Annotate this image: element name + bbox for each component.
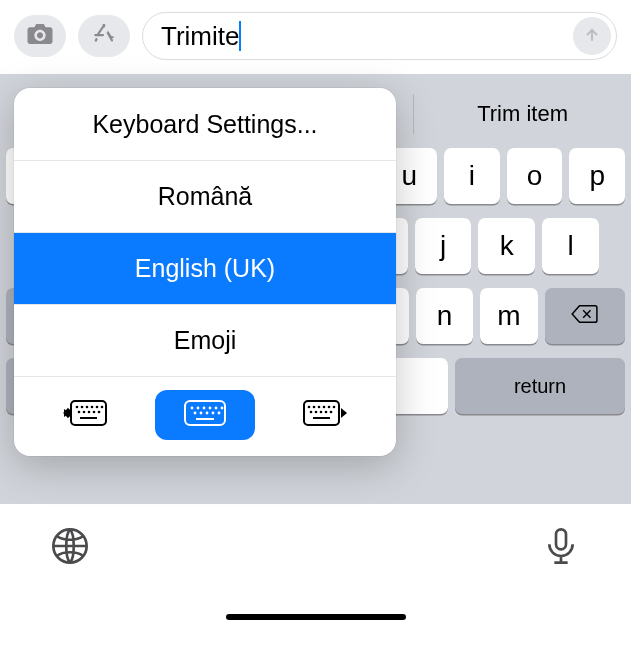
dictation-button[interactable]	[541, 526, 581, 570]
keyboard-icon	[182, 398, 228, 432]
svg-point-7	[96, 405, 99, 408]
svg-marker-19	[63, 408, 69, 418]
svg-point-34	[307, 405, 310, 408]
svg-point-22	[197, 406, 200, 409]
backspace-icon	[570, 300, 600, 332]
svg-point-23	[203, 406, 206, 409]
svg-point-26	[221, 406, 224, 409]
microphone-icon	[541, 552, 581, 569]
message-input[interactable]: Trimite	[142, 12, 617, 60]
suggestion-right[interactable]: Trim item	[414, 86, 631, 142]
svg-point-37	[322, 405, 325, 408]
svg-point-10	[83, 410, 86, 413]
key-i[interactable]: i	[444, 148, 500, 204]
home-indicator[interactable]	[226, 614, 406, 620]
svg-point-40	[309, 410, 312, 413]
camera-icon	[25, 21, 55, 51]
svg-point-28	[200, 411, 203, 414]
svg-point-9	[78, 410, 81, 413]
svg-point-30	[212, 411, 215, 414]
svg-point-12	[93, 410, 96, 413]
key-k[interactable]: k	[478, 218, 535, 274]
svg-point-29	[206, 411, 209, 414]
svg-point-42	[319, 410, 322, 413]
svg-point-3	[76, 405, 79, 408]
globe-button[interactable]	[50, 526, 90, 570]
keyboard-dock-row	[14, 376, 396, 456]
key-o[interactable]: o	[507, 148, 563, 204]
svg-point-38	[327, 405, 330, 408]
keyboard-dock-left-icon	[63, 398, 109, 432]
send-button[interactable]	[573, 17, 611, 55]
key-j[interactable]: j	[415, 218, 472, 274]
svg-point-13	[98, 410, 101, 413]
svg-point-43	[324, 410, 327, 413]
apps-button[interactable]	[78, 15, 130, 57]
backspace-key[interactable]	[545, 288, 625, 344]
svg-marker-46	[341, 408, 347, 418]
compose-bar: Trimite	[0, 0, 631, 74]
svg-point-39	[332, 405, 335, 408]
menu-lang-romana[interactable]: Română	[14, 160, 396, 232]
dock-keyboard-left[interactable]	[36, 390, 137, 440]
svg-point-27	[194, 411, 197, 414]
svg-point-41	[314, 410, 317, 413]
svg-point-4	[81, 405, 84, 408]
app-store-icon	[89, 21, 119, 51]
svg-point-35	[312, 405, 315, 408]
key-p[interactable]: p	[569, 148, 625, 204]
key-n[interactable]: n	[416, 288, 473, 344]
bottom-bar	[0, 504, 631, 634]
globe-icon	[50, 552, 90, 569]
message-input-text: Trimite	[161, 21, 239, 52]
svg-point-11	[88, 410, 91, 413]
keyboard-language-menu: Keyboard Settings... Română English (UK)…	[14, 88, 396, 456]
menu-lang-emoji[interactable]: Emoji	[14, 304, 396, 376]
svg-point-8	[101, 405, 104, 408]
arrow-up-icon	[582, 21, 602, 52]
return-key[interactable]: return	[455, 358, 625, 414]
key-l[interactable]: l	[542, 218, 599, 274]
text-cursor	[239, 21, 241, 51]
svg-point-5	[86, 405, 89, 408]
dock-keyboard-right[interactable]	[273, 390, 374, 440]
svg-point-21	[191, 406, 194, 409]
key-m[interactable]: m	[480, 288, 537, 344]
svg-point-24	[209, 406, 212, 409]
svg-point-25	[215, 406, 218, 409]
dock-keyboard-center[interactable]	[155, 390, 256, 440]
svg-point-6	[91, 405, 94, 408]
svg-point-44	[329, 410, 332, 413]
camera-button[interactable]	[14, 15, 66, 57]
menu-keyboard-settings[interactable]: Keyboard Settings...	[14, 88, 396, 160]
svg-rect-1	[556, 529, 566, 549]
svg-point-31	[218, 411, 221, 414]
keyboard-dock-right-icon	[301, 398, 347, 432]
svg-point-36	[317, 405, 320, 408]
menu-lang-english-uk[interactable]: English (UK)	[14, 232, 396, 304]
